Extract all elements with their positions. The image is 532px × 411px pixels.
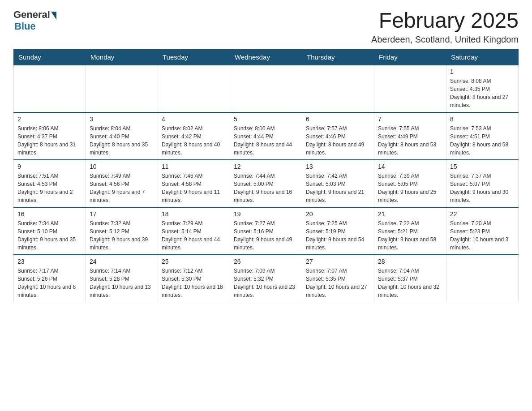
table-row: 21Sunrise: 7:22 AMSunset: 5:21 PMDayligh… (374, 207, 446, 255)
day-info: Sunrise: 7:46 AMSunset: 4:58 PMDaylight:… (162, 172, 226, 204)
table-row: 7Sunrise: 7:55 AMSunset: 4:49 PMDaylight… (374, 112, 446, 160)
table-row: 10Sunrise: 7:49 AMSunset: 4:56 PMDayligh… (86, 160, 158, 207)
day-info: Sunrise: 8:08 AMSunset: 4:35 PMDaylight:… (450, 77, 515, 109)
day-info: Sunrise: 7:04 AMSunset: 5:37 PMDaylight:… (378, 267, 442, 299)
day-info: Sunrise: 7:25 AMSunset: 5:19 PMDaylight:… (306, 219, 370, 252)
day-info: Sunrise: 7:51 AMSunset: 4:53 PMDaylight:… (17, 172, 82, 204)
table-row: 16Sunrise: 7:34 AMSunset: 5:10 PMDayligh… (14, 207, 86, 255)
day-number: 7 (378, 116, 442, 123)
calendar-week-row: 23Sunrise: 7:17 AMSunset: 5:26 PMDayligh… (14, 255, 519, 302)
table-row: 12Sunrise: 7:44 AMSunset: 5:00 PMDayligh… (230, 160, 302, 207)
table-row: 11Sunrise: 7:46 AMSunset: 4:58 PMDayligh… (158, 160, 230, 207)
col-sunday: Sunday (14, 49, 86, 65)
day-info: Sunrise: 8:02 AMSunset: 4:42 PMDaylight:… (162, 124, 226, 157)
day-number: 6 (306, 116, 370, 123)
day-number: 9 (17, 163, 82, 170)
day-number: 12 (234, 163, 298, 170)
day-number: 23 (17, 258, 82, 265)
col-friday: Friday (374, 49, 446, 65)
day-info: Sunrise: 7:07 AMSunset: 5:35 PMDaylight:… (306, 267, 370, 299)
table-row: 20Sunrise: 7:25 AMSunset: 5:19 PMDayligh… (302, 207, 374, 255)
table-row: 26Sunrise: 7:09 AMSunset: 5:32 PMDayligh… (230, 255, 302, 302)
table-row: 5Sunrise: 8:00 AMSunset: 4:44 PMDaylight… (230, 112, 302, 160)
day-number: 15 (450, 163, 515, 170)
day-info: Sunrise: 7:32 AMSunset: 5:12 PMDaylight:… (90, 219, 154, 252)
table-row: 13Sunrise: 7:42 AMSunset: 5:03 PMDayligh… (302, 160, 374, 207)
table-row: 4Sunrise: 8:02 AMSunset: 4:42 PMDaylight… (158, 112, 230, 160)
day-number: 28 (378, 258, 442, 265)
table-row (158, 65, 230, 112)
title-area: February 2025 Aberdeen, Scotland, United… (371, 9, 519, 45)
day-number: 26 (234, 258, 298, 265)
table-row: 25Sunrise: 7:12 AMSunset: 5:30 PMDayligh… (158, 255, 230, 302)
table-row (86, 65, 158, 112)
page-header: General Blue February 2025 Aberdeen, Sco… (13, 9, 519, 45)
calendar-week-row: 16Sunrise: 7:34 AMSunset: 5:10 PMDayligh… (14, 207, 519, 255)
table-row: 19Sunrise: 7:27 AMSunset: 5:16 PMDayligh… (230, 207, 302, 255)
day-info: Sunrise: 7:20 AMSunset: 5:23 PMDaylight:… (450, 219, 515, 252)
table-row (374, 65, 446, 112)
day-number: 5 (234, 116, 298, 123)
col-thursday: Thursday (302, 49, 374, 65)
day-info: Sunrise: 7:37 AMSunset: 5:07 PMDaylight:… (450, 172, 515, 204)
table-row (230, 65, 302, 112)
table-row: 9Sunrise: 7:51 AMSunset: 4:53 PMDaylight… (14, 160, 86, 207)
table-row: 14Sunrise: 7:39 AMSunset: 5:05 PMDayligh… (374, 160, 446, 207)
day-number: 27 (306, 258, 370, 265)
day-number: 2 (17, 116, 82, 123)
col-tuesday: Tuesday (158, 49, 230, 65)
day-info: Sunrise: 7:49 AMSunset: 4:56 PMDaylight:… (90, 172, 154, 204)
day-number: 22 (450, 210, 515, 218)
day-info: Sunrise: 7:55 AMSunset: 4:49 PMDaylight:… (378, 124, 442, 157)
table-row: 17Sunrise: 7:32 AMSunset: 5:12 PMDayligh… (86, 207, 158, 255)
day-number: 14 (378, 163, 442, 170)
day-number: 11 (162, 163, 226, 170)
day-info: Sunrise: 8:04 AMSunset: 4:40 PMDaylight:… (90, 124, 154, 157)
day-info: Sunrise: 7:12 AMSunset: 5:30 PMDaylight:… (162, 267, 226, 299)
day-number: 24 (90, 258, 154, 265)
day-info: Sunrise: 7:17 AMSunset: 5:26 PMDaylight:… (17, 267, 82, 299)
col-saturday: Saturday (446, 49, 519, 65)
day-info: Sunrise: 7:09 AMSunset: 5:32 PMDaylight:… (234, 267, 298, 299)
main-title: February 2025 (371, 9, 519, 33)
day-number: 16 (17, 210, 82, 218)
day-number: 1 (450, 68, 515, 75)
day-number: 13 (306, 163, 370, 170)
day-number: 3 (90, 116, 154, 123)
table-row: 28Sunrise: 7:04 AMSunset: 5:37 PMDayligh… (374, 255, 446, 302)
table-row: 1Sunrise: 8:08 AMSunset: 4:35 PMDaylight… (446, 65, 519, 112)
col-wednesday: Wednesday (230, 49, 302, 65)
logo-general-text: General (13, 9, 50, 21)
day-info: Sunrise: 7:42 AMSunset: 5:03 PMDaylight:… (306, 172, 370, 204)
table-row: 23Sunrise: 7:17 AMSunset: 5:26 PMDayligh… (14, 255, 86, 302)
day-info: Sunrise: 7:34 AMSunset: 5:10 PMDaylight:… (17, 219, 82, 252)
day-number: 25 (162, 258, 226, 265)
calendar-week-row: 1Sunrise: 8:08 AMSunset: 4:35 PMDaylight… (14, 65, 519, 112)
table-row (14, 65, 86, 112)
col-monday: Monday (86, 49, 158, 65)
table-row: 18Sunrise: 7:29 AMSunset: 5:14 PMDayligh… (158, 207, 230, 255)
table-row: 6Sunrise: 7:57 AMSunset: 4:46 PMDaylight… (302, 112, 374, 160)
day-info: Sunrise: 8:06 AMSunset: 4:37 PMDaylight:… (17, 124, 82, 157)
table-row: 15Sunrise: 7:37 AMSunset: 5:07 PMDayligh… (446, 160, 519, 207)
day-info: Sunrise: 7:29 AMSunset: 5:14 PMDaylight:… (162, 219, 226, 252)
table-row (302, 65, 374, 112)
day-info: Sunrise: 7:44 AMSunset: 5:00 PMDaylight:… (234, 172, 298, 204)
day-number: 18 (162, 210, 226, 218)
day-number: 17 (90, 210, 154, 218)
day-number: 21 (378, 210, 442, 218)
day-number: 20 (306, 210, 370, 218)
table-row: 8Sunrise: 7:53 AMSunset: 4:51 PMDaylight… (446, 112, 519, 160)
calendar-week-row: 9Sunrise: 7:51 AMSunset: 4:53 PMDaylight… (14, 160, 519, 207)
day-number: 19 (234, 210, 298, 218)
calendar-header-row: Sunday Monday Tuesday Wednesday Thursday… (14, 49, 519, 65)
table-row: 22Sunrise: 7:20 AMSunset: 5:23 PMDayligh… (446, 207, 519, 255)
day-info: Sunrise: 8:00 AMSunset: 4:44 PMDaylight:… (234, 124, 298, 157)
table-row (446, 255, 519, 302)
calendar-week-row: 2Sunrise: 8:06 AMSunset: 4:37 PMDaylight… (14, 112, 519, 160)
day-info: Sunrise: 7:57 AMSunset: 4:46 PMDaylight:… (306, 124, 370, 157)
day-info: Sunrise: 7:39 AMSunset: 5:05 PMDaylight:… (378, 172, 442, 204)
day-info: Sunrise: 7:27 AMSunset: 5:16 PMDaylight:… (234, 219, 298, 252)
day-number: 8 (450, 116, 515, 123)
table-row: 27Sunrise: 7:07 AMSunset: 5:35 PMDayligh… (302, 255, 374, 302)
